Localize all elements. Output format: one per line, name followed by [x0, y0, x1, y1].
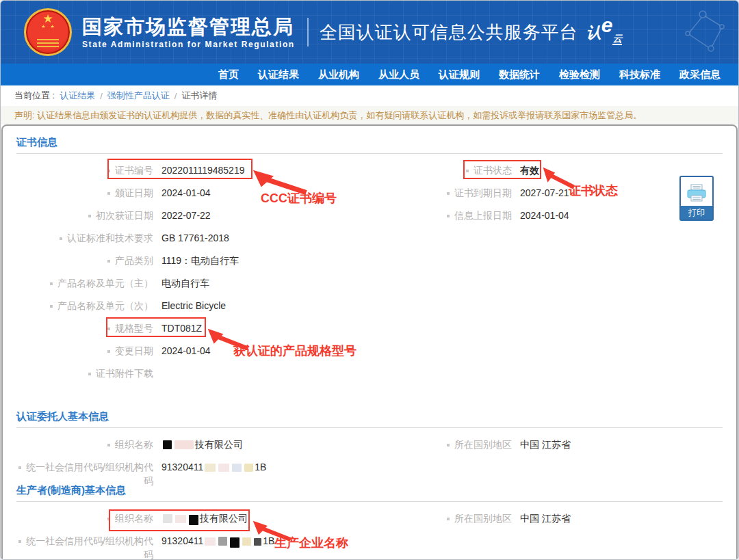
field-value-issue-date: 2024-01-04: [161, 187, 211, 198]
field-label-cert-status: 证书状态: [466, 165, 512, 176]
emblem-small-stars-icon: ★★: [26, 24, 70, 29]
breadcrumb-separator: /: [100, 91, 103, 101]
emblem-star-icon: ★: [26, 13, 70, 25]
field-value-product-category: 1119：电动自行车: [161, 255, 239, 266]
field-value-change-date: 2024-01-04: [161, 345, 211, 356]
site-header: ★ ★★ 国家市场监督管理总局 State Administration for…: [1, 1, 738, 64]
field-value-report-date: 2024-01-04: [520, 210, 569, 221]
nav-item-procurement[interactable]: 政采信息: [679, 64, 721, 85]
field-value-manufacturer-credit-code-suffix: 1B: [263, 535, 274, 546]
field-label-first-cert-date: 初次获证日期: [88, 210, 153, 221]
nav-item-inspection[interactable]: 检验检测: [559, 64, 600, 85]
field-label-expiry-date: 证书到期日期: [447, 187, 512, 198]
field-value-product-name-secondary: Electric Bicycle: [161, 300, 226, 311]
redacted-block: [163, 514, 172, 523]
table-row: 规格型号 TDT081Z: [16, 317, 736, 339]
platform-title: 全国认证认可信息公共服务平台: [320, 21, 578, 44]
content-panel: 证书信息 证书编号 2022011119485219 证书状态 有效 颁证日期 …: [1, 124, 738, 560]
field-label-product-name-main: 产品名称及单元（主）: [50, 278, 153, 289]
table-row: 变更日期 2024-01-04: [16, 339, 736, 362]
molecule-decoration-icon: [640, 6, 729, 58]
manufacturer-rows: 组织名称 技有限公司 所在国别地区 中国 江苏省 统一社会信用代码/组织机构代码…: [3, 507, 736, 552]
field-value-product-name-main: 电动自行车: [161, 278, 209, 289]
redacted-block: [232, 464, 242, 472]
redacted-block: [205, 537, 216, 546]
field-label-manufacturer-credit-code: 统一社会信用代码/组织机构代码: [18, 535, 153, 560]
table-row: 产品类别 1119：电动自行车: [16, 249, 736, 271]
breadcrumb-link-ccc[interactable]: 强制性产品认证: [107, 90, 170, 102]
breadcrumb-link-cert-results[interactable]: 认证结果: [60, 90, 95, 102]
printer-icon: [686, 184, 707, 203]
table-row: 证书附件下载: [16, 362, 736, 384]
agency-name-en: State Administration for Market Regulati…: [82, 40, 295, 49]
field-value-manufacturer-org-name: 技有限公司: [200, 513, 248, 524]
breadcrumb-separator: /: [174, 91, 177, 101]
emblem-gate-icon: [37, 39, 59, 48]
agency-name-cn: 国家市场监督管理总局: [82, 16, 295, 38]
print-button[interactable]: 打印: [679, 176, 714, 221]
field-label-manufacturer-org-name: 组织名称: [107, 513, 153, 524]
field-label-attachment-download: 证书附件下载: [88, 368, 153, 379]
field-value-applicant-region: 中国 江苏省: [520, 439, 571, 450]
field-value-applicant-credit-code-prefix: 91320411: [161, 462, 203, 472]
field-label-change-date: 变更日期: [107, 345, 153, 356]
field-value-first-cert-date: 2022-07-22: [161, 210, 211, 221]
breadcrumb-prefix: 当前位置 :: [14, 90, 55, 102]
field-value-expiry-date: 2027-07-21: [520, 187, 569, 198]
breadcrumb-current: 证书详情: [181, 90, 217, 102]
section-title-certificate-info: 证书信息: [16, 135, 723, 154]
nav-item-tech-standards[interactable]: 科技标准: [619, 64, 660, 85]
field-label-standard: 认证标准和技术要求: [60, 232, 153, 243]
header-divider: [307, 18, 309, 46]
main-nav: 首页 认证结果 从业机构 从业人员 认证规则 数据统计 检验检测 科技标准 政采…: [1, 64, 738, 85]
print-button-label: 打印: [681, 206, 712, 219]
nav-item-personnel[interactable]: 从业人员: [378, 64, 419, 85]
field-value-standard: GB 17761-2018: [161, 232, 229, 243]
table-row: 证书编号 2022011119485219 证书状态 有效: [16, 159, 736, 181]
field-label-model: 规格型号: [107, 323, 153, 334]
disclaimer-bar: 声明: 认证结果信息由颁发证书的认证机构提供，数据的真实性、准确性由认证机构负责…: [1, 106, 738, 124]
redacted-block: [254, 538, 261, 546]
redacted-block: [218, 537, 227, 546]
table-row: 颁证日期 2024-01-04 证书到期日期 2027-07-21: [16, 181, 736, 204]
redacted-block: [163, 440, 172, 449]
nav-item-agencies[interactable]: 从业机构: [318, 64, 359, 85]
field-label-manufacturer-region: 所在国别地区: [447, 513, 512, 524]
field-value-cert-number: 2022011119485219: [161, 165, 244, 176]
field-label-applicant-region: 所在国别地区: [447, 439, 512, 450]
field-value-manufacturer-credit-code-prefix: 91320411: [161, 535, 203, 546]
nav-item-cert-rules[interactable]: 认证规则: [439, 64, 480, 85]
redacted-block: [244, 464, 253, 472]
field-label-cert-number: 证书编号: [107, 165, 153, 176]
national-emblem-logo: ★ ★★: [24, 8, 72, 56]
certificate-info-rows: 证书编号 2022011119485219 证书状态 有效 颁证日期 2024-…: [3, 159, 736, 384]
redacted-block: [174, 440, 194, 449]
table-row: 产品名称及单元（主） 电动自行车: [16, 271, 736, 294]
redacted-block: [242, 537, 251, 546]
field-value-cert-status: 有效: [520, 165, 539, 176]
ren-e-yun-logo: 认e云: [586, 19, 623, 43]
redacted-block: [205, 464, 216, 472]
field-value-applicant-credit-code-suffix: 1B: [255, 462, 266, 472]
table-row: 组织名称 技有限公司 所在国别地区 中国 江苏省: [16, 507, 736, 529]
certificate-detail-page: ★ ★★ 国家市场监督管理总局 State Administration for…: [0, 0, 739, 560]
field-label-report-date: 信息上报日期: [447, 210, 512, 221]
table-row: 产品名称及单元（次） Electric Bicycle: [16, 294, 736, 317]
nav-item-cert-results[interactable]: 认证结果: [258, 64, 299, 85]
table-row: 统一社会信用代码/组织机构代码 913204111B: [16, 455, 736, 478]
table-row: 组织名称 技有限公司 所在国别地区 中国 江苏省: [16, 433, 736, 455]
table-row: 认证标准和技术要求 GB 17761-2018: [16, 226, 736, 249]
field-value-applicant-org-name: 技有限公司: [195, 439, 243, 450]
redacted-block: [175, 515, 186, 523]
table-row: 统一社会信用代码/组织机构代码 913204111B: [16, 529, 736, 552]
field-label-product-name-secondary: 产品名称及单元（次）: [50, 300, 153, 311]
applicant-rows: 组织名称 技有限公司 所在国别地区 中国 江苏省 统一社会信用代码/组织机构代码…: [3, 433, 736, 478]
section-title-applicant-info: 认证委托人基本信息: [16, 409, 723, 428]
redacted-block: [230, 537, 239, 548]
redacted-block: [189, 515, 198, 525]
redacted-block: [218, 464, 229, 472]
field-value-manufacturer-region: 中国 江苏省: [520, 513, 571, 524]
nav-item-home[interactable]: 首页: [218, 64, 239, 85]
nav-item-statistics[interactable]: 数据统计: [499, 64, 540, 85]
field-label-issue-date: 颁证日期: [107, 187, 153, 198]
